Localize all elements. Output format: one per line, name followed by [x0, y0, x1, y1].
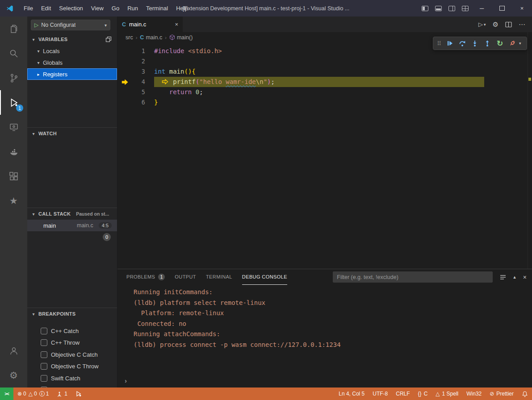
variables-item-globals[interactable]: ▾Globals: [27, 57, 117, 68]
breakpoint-item[interactable]: C++ Throw: [27, 337, 117, 349]
formatter-status[interactable]: ⊘ Prettier: [486, 388, 518, 400]
activity-extensions[interactable]: [0, 164, 27, 188]
panel-tab-terminal[interactable]: TERMINAL: [206, 269, 232, 285]
activity-run-debug[interactable]: 1: [0, 90, 27, 115]
ports-status[interactable]: 1: [53, 388, 71, 400]
console-prompt-icon[interactable]: ›: [125, 377, 127, 384]
step-into-button[interactable]: [469, 38, 481, 49]
customize-layout-icon[interactable]: [458, 0, 472, 17]
activity-search[interactable]: [0, 41, 27, 66]
twisty-icon: ▾: [36, 60, 41, 65]
breakpoints-header[interactable]: ▾ BREAKPOINTS: [27, 308, 117, 320]
menu-go[interactable]: Go: [108, 0, 123, 17]
close-tab-icon[interactable]: ×: [175, 21, 178, 28]
line-content: }: [154, 97, 158, 108]
menu-view[interactable]: View: [87, 0, 108, 17]
tab-main-c[interactable]: C main.c ×: [117, 17, 183, 32]
stack-frame-row[interactable]: main main.c 4:5: [27, 220, 117, 231]
encoding-status[interactable]: UTF-8: [369, 388, 392, 400]
breadcrumb-folder[interactable]: src: [126, 34, 133, 41]
restart-button[interactable]: ↻: [494, 38, 506, 49]
split-editor-icon[interactable]: [505, 21, 512, 28]
code-line[interactable]: 4 printf("hello wamr-ide\n");: [117, 77, 532, 87]
toggle-sidebar-icon[interactable]: [418, 0, 431, 17]
breakpoint-checkbox[interactable]: [41, 339, 47, 346]
maximize-button[interactable]: [492, 0, 512, 17]
maximize-panel-icon[interactable]: ▴: [513, 274, 516, 280]
panel-tab-output[interactable]: OUTPUT: [175, 269, 196, 285]
minimize-button[interactable]: ─: [472, 0, 492, 17]
variables-item-registers[interactable]: ▸Registers: [27, 68, 117, 80]
variables-header[interactable]: ▾ VARIABLES: [27, 33, 117, 45]
problems-status[interactable]: ⊗0 △0 i1: [13, 388, 53, 400]
breadcrumb-file[interactable]: Cmain.c: [140, 34, 162, 41]
breakpoint-item[interactable]: Swift Catch: [27, 372, 117, 384]
activity-explorer[interactable]: [0, 17, 27, 41]
activity-account[interactable]: [0, 338, 27, 363]
console-output[interactable]: Running initCommands:(lldb) platform sel…: [117, 285, 532, 350]
close-window-button[interactable]: ×: [512, 0, 532, 17]
cursor-position[interactable]: Ln 4, Col 5: [335, 388, 369, 400]
variables-item-label: Globals: [43, 59, 63, 66]
close-panel-icon[interactable]: ×: [523, 274, 527, 281]
activity-docker[interactable]: [0, 139, 27, 164]
settings-gear-icon[interactable]: ⚙: [493, 21, 498, 29]
account-icon: [8, 346, 19, 356]
toolbar-grip-icon[interactable]: ⠿: [435, 38, 443, 49]
call-stack-header[interactable]: ▾ CALL STACK Paused on st...: [27, 208, 117, 220]
remote-indicator[interactable]: ><: [0, 388, 13, 400]
breakpoint-checkbox[interactable]: [41, 375, 47, 382]
breakpoint-item[interactable]: Objective C Catch: [27, 349, 117, 361]
debug-current-line-arrow-icon: [117, 77, 132, 87]
breadcrumb-symbol[interactable]: main(): [169, 34, 193, 41]
breakpoint-checkbox[interactable]: [41, 363, 47, 370]
code-line[interactable]: 3int main(){: [117, 67, 532, 77]
code-line[interactable]: 5 return 0;: [117, 87, 532, 97]
more-actions-icon[interactable]: ⋯: [519, 21, 526, 29]
code-line[interactable]: 6}: [117, 97, 532, 108]
debug-status[interactable]: [71, 388, 86, 400]
spell-checker-status[interactable]: △ 1 Spell: [431, 388, 462, 400]
start-debug-icon[interactable]: ▷: [34, 22, 38, 28]
panel-tab-debug-console[interactable]: DEBUG CONSOLE: [242, 269, 287, 285]
activity-settings[interactable]: ⚙: [0, 363, 27, 388]
activity-remote-explorer[interactable]: [0, 115, 27, 139]
panel-tab-problems[interactable]: PROBLEMS1: [126, 269, 165, 285]
overview-ruler[interactable]: [528, 32, 532, 269]
run-file-button[interactable]: ▷▾: [478, 21, 486, 28]
breakpoint-item[interactable]: Swift Throw: [27, 384, 117, 388]
eol-status[interactable]: CRLF: [392, 388, 414, 400]
menu-terminal[interactable]: Terminal: [142, 0, 172, 17]
menu-file[interactable]: File: [20, 0, 37, 17]
play-icon: ▷: [478, 21, 483, 28]
toggle-panel-icon[interactable]: [431, 0, 445, 17]
continue-button[interactable]: [444, 38, 456, 49]
breakpoint-checkbox[interactable]: [41, 328, 47, 334]
platform-status[interactable]: Win32: [462, 388, 486, 400]
breakpoint-item[interactable]: C++ Catch: [27, 325, 117, 337]
breakpoint-label: C++ Catch: [51, 328, 79, 334]
console-filter-input[interactable]: [333, 271, 493, 283]
launch-config-dropdown[interactable]: ▷ No Configurat ▾: [31, 20, 110, 30]
console-line: (lldb) process connect -p wasm connect:/…: [134, 340, 532, 350]
activity-source-control[interactable]: [0, 66, 27, 90]
debug-sidebar: ▷ No Configurat ▾ ▾ VARIABLES ▾Locals▾Gl…: [27, 17, 117, 388]
language-mode[interactable]: {} C: [414, 388, 432, 400]
breakpoint-checkbox[interactable]: [41, 351, 47, 358]
collapse-all-icon[interactable]: [105, 36, 112, 42]
activity-star[interactable]: ★: [0, 188, 27, 213]
chevron-down-icon[interactable]: ▾: [519, 41, 525, 46]
watch-header[interactable]: ▾ WATCH: [27, 128, 117, 139]
menu-selection[interactable]: Selection: [55, 0, 87, 17]
menu-run[interactable]: Run: [123, 0, 142, 17]
step-over-button[interactable]: [457, 38, 468, 49]
notifications-bell[interactable]: [518, 388, 532, 400]
variables-item-locals[interactable]: ▾Locals: [27, 45, 117, 57]
menu-edit[interactable]: Edit: [37, 0, 55, 17]
console-lines-icon[interactable]: [500, 275, 506, 280]
breakpoint-item[interactable]: Objective C Throw: [27, 361, 117, 373]
toggle-secondary-sidebar-icon[interactable]: [445, 0, 458, 17]
step-out-button[interactable]: [482, 38, 493, 49]
code-line[interactable]: 2: [117, 56, 532, 67]
disconnect-button[interactable]: [507, 38, 518, 49]
